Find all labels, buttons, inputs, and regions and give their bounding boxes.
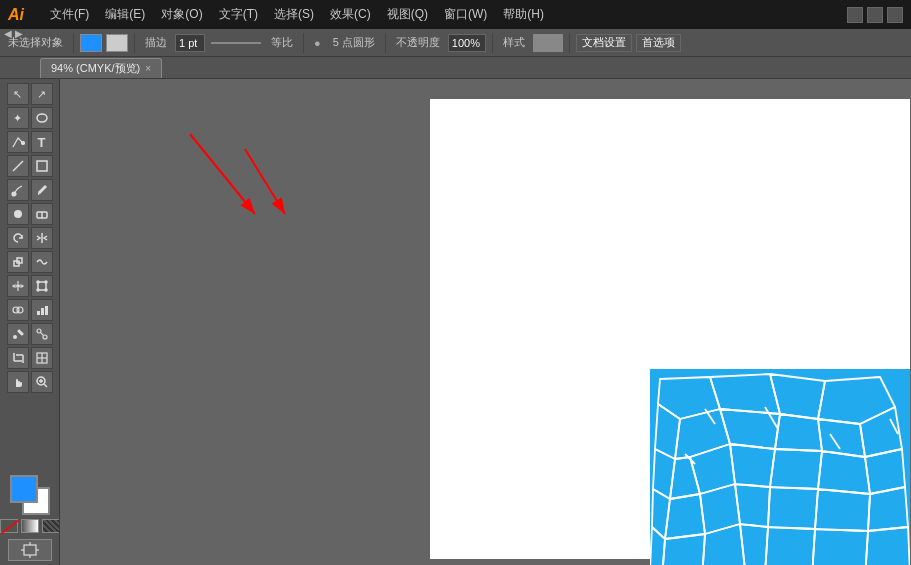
style-preview[interactable]: [533, 34, 563, 52]
menu-text[interactable]: 文字(T): [213, 4, 264, 25]
pattern-icon[interactable]: [42, 519, 60, 533]
chart-tool[interactable]: [31, 299, 53, 321]
menu-window[interactable]: 窗口(W): [438, 4, 493, 25]
svg-marker-48: [770, 374, 825, 419]
svg-rect-22: [41, 308, 44, 315]
svg-point-7: [14, 210, 22, 218]
svg-point-0: [37, 114, 47, 122]
tab-close-button[interactable]: ×: [145, 63, 151, 74]
crop-tool[interactable]: [7, 347, 29, 369]
opacity-label: 不透明度: [392, 35, 444, 50]
window-maximize[interactable]: [867, 7, 883, 23]
svg-marker-64: [665, 494, 705, 539]
artboard-tool-bottom[interactable]: [8, 539, 52, 561]
window-close[interactable]: [887, 7, 903, 23]
tool-row-8: [7, 251, 53, 273]
direct-select-tool[interactable]: ↗: [31, 83, 53, 105]
pencil-tool[interactable]: [31, 179, 53, 201]
color-stack: [10, 475, 50, 515]
svg-point-18: [45, 289, 47, 291]
preferences-button[interactable]: 首选项: [636, 34, 681, 52]
stroke-width-input[interactable]: [175, 34, 205, 52]
eyedropper-tool[interactable]: [7, 323, 29, 345]
blob-brush-tool[interactable]: [7, 203, 29, 225]
menu-select[interactable]: 选择(S): [268, 4, 320, 25]
color-mode-icons: [0, 519, 60, 533]
select-tool[interactable]: ↖: [7, 83, 29, 105]
foreground-color-swatch[interactable]: [10, 475, 38, 503]
svg-marker-46: [658, 377, 720, 419]
tool-row-2: ✦: [7, 107, 53, 129]
voronoi-svg: [650, 369, 910, 565]
tool-row-10: [7, 299, 53, 321]
menu-object[interactable]: 对象(O): [155, 4, 208, 25]
svg-marker-53: [775, 414, 822, 451]
lasso-tool[interactable]: [31, 107, 53, 129]
svg-line-80: [830, 434, 840, 449]
text-tool[interactable]: T: [31, 131, 53, 153]
svg-rect-41: [24, 545, 36, 555]
scale-tool[interactable]: [7, 251, 29, 273]
stroke-color-box[interactable]: [106, 34, 128, 52]
svg-point-27: [43, 335, 47, 339]
free-transform-tool[interactable]: [31, 275, 53, 297]
width-tool[interactable]: [7, 275, 29, 297]
svg-marker-75: [812, 529, 868, 565]
separator-1: [73, 33, 74, 53]
fill-color-box[interactable]: [80, 34, 102, 52]
svg-marker-49: [818, 377, 895, 424]
menu-view[interactable]: 视图(Q): [381, 4, 434, 25]
window-minimize[interactable]: [847, 7, 863, 23]
svg-marker-69: [868, 487, 908, 531]
menu-edit[interactable]: 编辑(E): [99, 4, 151, 25]
svg-rect-3: [37, 161, 47, 171]
svg-line-40: [1, 520, 19, 534]
toolbox: ↖ ↗ ✦ T: [0, 79, 60, 565]
menu-help[interactable]: 帮助(H): [497, 4, 550, 25]
pen-tool[interactable]: [7, 131, 29, 153]
reflect-tool[interactable]: [31, 227, 53, 249]
magic-wand-tool[interactable]: ✦: [7, 107, 29, 129]
options-toolbar: 未选择对象 描边 等比 ● 5 点圆形 不透明度 样式 文档设置 首选项: [0, 29, 911, 57]
svg-point-26: [37, 329, 41, 333]
opacity-input[interactable]: [448, 34, 486, 52]
svg-marker-59: [730, 444, 775, 487]
zoom-tool[interactable]: [31, 371, 53, 393]
svg-line-83: [190, 134, 255, 214]
menu-effect[interactable]: 效果(C): [324, 4, 377, 25]
blend-tool[interactable]: [31, 323, 53, 345]
shape-tool[interactable]: [31, 155, 53, 177]
svg-line-37: [44, 384, 47, 387]
tool-row-13: [7, 371, 53, 393]
svg-rect-21: [37, 311, 40, 315]
doc-settings-button[interactable]: 文档设置: [576, 34, 632, 52]
svg-marker-72: [702, 524, 745, 565]
tool-row-12: [7, 347, 53, 369]
eraser-tool[interactable]: [31, 203, 53, 225]
gradient-icon[interactable]: [21, 519, 39, 533]
brush-tool[interactable]: [7, 179, 29, 201]
svg-marker-71: [662, 534, 705, 565]
tab-arrow-right[interactable]: ▶: [15, 28, 23, 39]
svg-point-25: [13, 335, 17, 339]
tab-arrow-left[interactable]: ◀: [4, 28, 12, 39]
line-tool[interactable]: [7, 155, 29, 177]
stroke-label: 描边: [141, 35, 171, 50]
warp-tool[interactable]: [31, 251, 53, 273]
voronoi-artwork: [650, 369, 910, 565]
rotate-tool[interactable]: [7, 227, 29, 249]
document-tab[interactable]: 94% (CMYK/预览) ×: [40, 58, 162, 78]
menu-file[interactable]: 文件(F): [44, 4, 95, 25]
svg-point-20: [17, 307, 23, 313]
canvas-area: [60, 79, 911, 565]
svg-point-1: [21, 142, 24, 145]
svg-marker-62: [865, 449, 905, 494]
slice-tool[interactable]: [31, 347, 53, 369]
hand-tool[interactable]: [7, 371, 29, 393]
svg-marker-52: [720, 409, 780, 449]
no-fill-icon[interactable]: [0, 519, 18, 533]
artboard-btn[interactable]: [8, 539, 52, 561]
shape-builder-tool[interactable]: [7, 299, 29, 321]
svg-line-78: [765, 407, 778, 429]
svg-marker-66: [735, 484, 770, 527]
